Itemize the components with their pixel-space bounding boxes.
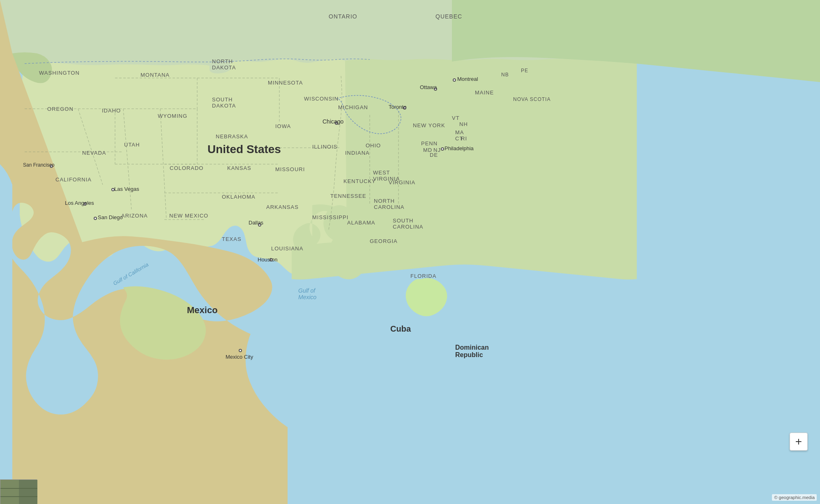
dot-las-vegas xyxy=(111,188,115,191)
map-svg xyxy=(0,0,820,504)
attribution: © geographic.media xyxy=(772,494,817,501)
dot-dallas xyxy=(258,223,261,227)
svg-rect-20 xyxy=(0,480,19,504)
dot-ottawa xyxy=(434,87,437,91)
dot-toronto xyxy=(403,106,406,110)
dot-los-angeles xyxy=(83,202,87,206)
dot-montreal xyxy=(453,78,456,82)
dot-philadelphia xyxy=(441,147,444,151)
dot-san-diego xyxy=(94,217,97,220)
dot-san-francisco xyxy=(50,165,53,168)
svg-rect-21 xyxy=(0,488,37,489)
dot-houston xyxy=(269,258,273,261)
dot-chicago xyxy=(335,121,338,125)
dot-mexico-city xyxy=(239,349,242,352)
map-thumbnail xyxy=(0,479,37,504)
svg-rect-22 xyxy=(0,496,37,497)
zoom-in-button[interactable]: + xyxy=(790,433,808,451)
map-container: WASHINGTON OREGON CALIFORNIA NEVADA IDAH… xyxy=(0,0,820,504)
